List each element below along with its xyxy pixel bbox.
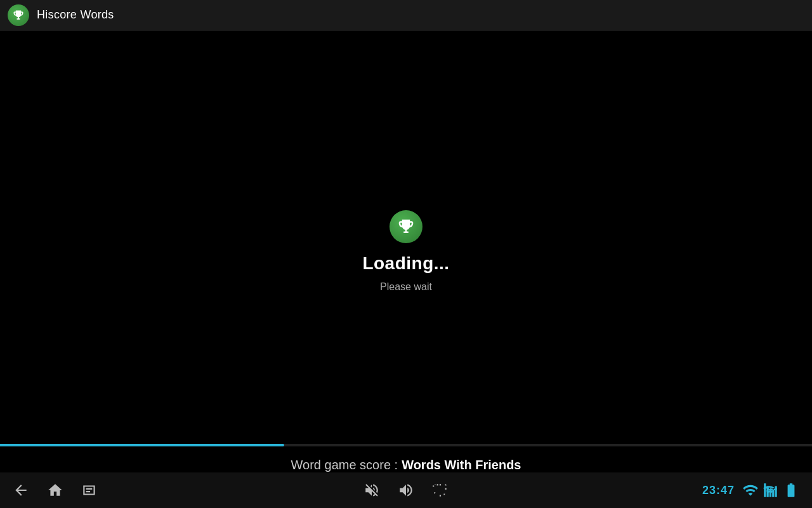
wifi-icon — [742, 482, 759, 498]
battery-icon — [783, 482, 799, 498]
please-wait-text: Please wait — [380, 281, 432, 293]
battery-status-icon — [783, 482, 799, 498]
main-content: Loading... Please wait — [0, 30, 812, 472]
back-button[interactable] — [13, 482, 29, 498]
nav-left — [13, 482, 98, 498]
home-button[interactable] — [47, 482, 63, 498]
progress-track — [0, 444, 812, 446]
screenshot-icon — [432, 482, 449, 498]
words-with-friends-label: Words With Friends — [402, 458, 521, 472]
volume-mute-icon — [363, 482, 380, 498]
game-label-row: Word game score : Words With Friends — [0, 446, 812, 472]
layout-wrapper: Loading... Please wait Word game score :… — [0, 30, 812, 472]
status-bar-time: 23:47 — [702, 484, 735, 497]
action-bar: Hiscore Words — [0, 0, 812, 30]
home-icon — [47, 482, 63, 498]
signal-icon — [763, 482, 779, 498]
loading-icon — [390, 210, 422, 243]
wifi-status-icon — [742, 482, 759, 498]
nav-right: 23:47 — [702, 482, 799, 498]
progress-fill — [0, 444, 284, 446]
loading-trophy-icon — [396, 217, 416, 236]
game-info-section: Word game score : Words With Friends — [0, 444, 812, 472]
progress-bar-wrapper — [0, 444, 812, 446]
nav-bar: 23:47 — [0, 472, 812, 508]
nav-center — [363, 482, 449, 498]
screenshot-button[interactable] — [432, 482, 449, 498]
trophy-icon — [12, 9, 25, 22]
volume-up-icon — [398, 482, 414, 498]
recents-icon — [81, 482, 98, 498]
volume-up-button[interactable] — [398, 482, 414, 498]
loading-section: Loading... Please wait — [362, 210, 449, 293]
app-icon — [8, 4, 29, 26]
app-title: Hiscore Words — [37, 8, 114, 22]
status-icons — [742, 482, 799, 498]
word-game-score-label: Word game score : — [291, 458, 398, 472]
loading-text: Loading... — [362, 253, 449, 274]
volume-mute-button[interactable] — [363, 482, 380, 498]
recents-button[interactable] — [81, 482, 98, 498]
signal-status-icon — [763, 482, 779, 498]
back-icon — [13, 482, 29, 498]
